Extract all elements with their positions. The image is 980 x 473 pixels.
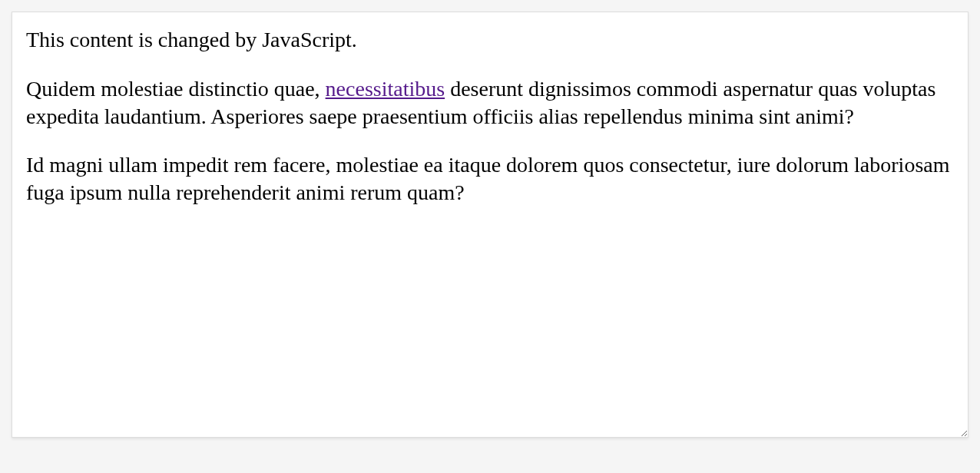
paragraph-1: This content is changed by JavaScript. xyxy=(26,26,954,54)
paragraph-3: Id magni ullam impedit rem facere, moles… xyxy=(26,151,954,207)
content-panel: This content is changed by JavaScript. Q… xyxy=(12,12,968,438)
paragraph-2-text-before: Quidem molestiae distinctio quae, xyxy=(26,77,326,101)
necessitatibus-link[interactable]: necessitatibus xyxy=(326,77,445,101)
paragraph-2: Quidem molestiae distinctio quae, necess… xyxy=(26,75,954,131)
